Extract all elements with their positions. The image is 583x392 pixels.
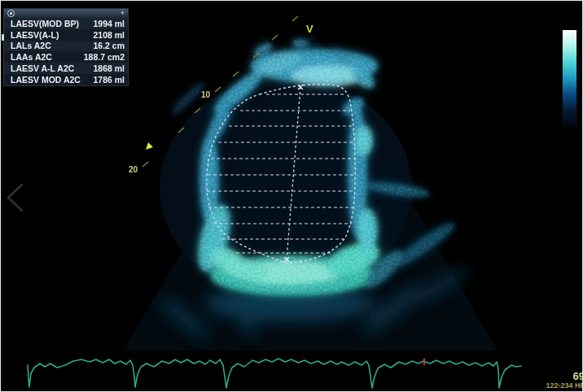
measurement-label: LAESV(MOD BP) xyxy=(11,19,79,28)
measurement-value: 1786 ml xyxy=(93,75,125,85)
status-value: 69 xyxy=(546,371,583,381)
measurement-row[interactable]: LAESV(MOD BP) 1994 ml xyxy=(4,18,128,29)
measurement-row[interactable]: LAESV MOD A2C 1786 ml xyxy=(4,74,128,85)
tissue-echo xyxy=(123,25,506,351)
measurement-row[interactable]: LAESV(A-L) 2108 ml xyxy=(4,29,128,41)
gain-colorbar xyxy=(562,29,577,126)
measurement-value: 188.7 cm2 xyxy=(84,52,125,62)
orientation-marker: V xyxy=(306,23,313,35)
measurement-value: 2108 ml xyxy=(93,30,125,40)
measurement-value: 1868 ml xyxy=(93,63,125,73)
measurement-label: LAESV(A-L) xyxy=(11,30,59,40)
measurement-row[interactable]: LAESV A-L A2C 1868 ml xyxy=(4,63,128,74)
status-readout: 69 122-234 HR xyxy=(546,371,582,390)
previous-image-chevron[interactable] xyxy=(8,185,22,211)
record-dot-icon[interactable] xyxy=(7,10,15,17)
ultrasound-screen: 10 20 V + LAESV(MOD BP) 1994 ml xyxy=(0,0,583,392)
add-measurement-icon[interactable]: + xyxy=(121,10,125,17)
depth-label-10: 10 xyxy=(201,90,211,99)
ecg-trace xyxy=(28,359,521,388)
measurement-panel-header: + xyxy=(4,9,128,18)
measurement-value: 16.2 cm xyxy=(93,41,125,50)
measurement-row[interactable]: LAAs A2C 188.7 cm2 xyxy=(4,51,128,63)
measurement-row[interactable]: LALs A2C 16.2 cm xyxy=(4,41,128,52)
measurement-value: 1994 ml xyxy=(93,19,125,28)
depth-label-20: 20 xyxy=(129,165,138,174)
measurement-results-panel: + LAESV(MOD BP) 1994 ml LAESV(A-L) 2108 … xyxy=(3,8,129,86)
measurement-label: LAAs A2C xyxy=(11,52,52,62)
heart-rate-readout: 122-234 HR xyxy=(546,382,583,390)
measurement-label: LALs A2C xyxy=(11,41,51,50)
measurement-label: LAESV A-L A2C xyxy=(11,63,74,73)
measurement-label: LAESV MOD A2C xyxy=(11,75,81,85)
